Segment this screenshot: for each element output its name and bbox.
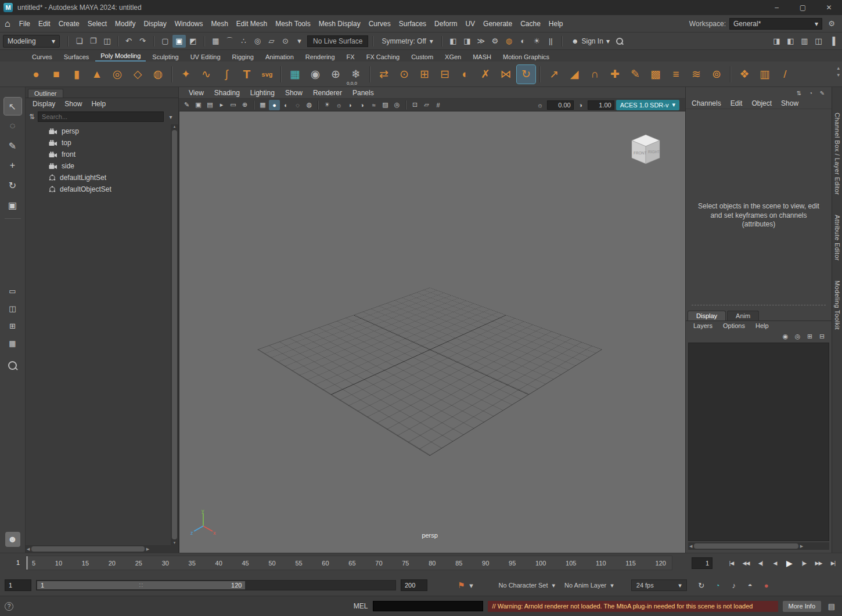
insert-edge-loop-icon[interactable]: ≡ (667, 65, 685, 84)
outliner-menu-item[interactable]: Help (87, 100, 110, 108)
menu-item[interactable]: Windows (171, 20, 207, 28)
menu-item[interactable]: Cache (516, 20, 545, 28)
platonic-solid-icon[interactable]: ✦ (177, 65, 195, 84)
color-management-dropdown[interactable]: ACES 1.0 SDR-v ▾ (616, 100, 679, 110)
sep[interactable] (730, 66, 731, 82)
workspace-dropdown[interactable]: General* ▾ (729, 18, 822, 30)
snap-to-curve-icon[interactable]: ⌒ (223, 35, 236, 48)
isolate-select-icon[interactable]: ⊡ (409, 100, 420, 110)
channel-settings-icon[interactable]: ✎ (818, 89, 827, 97)
viewport-menu-item[interactable]: Panels (347, 89, 379, 97)
outliner-set-item[interactable]: defaultLightSet (26, 172, 170, 183)
cut-faces-icon[interactable]: / (776, 65, 794, 84)
poly-torus-icon[interactable]: ◎ (108, 65, 127, 84)
menu-item[interactable]: Curves (365, 20, 395, 28)
poly-cylinder-icon[interactable]: ▮ (67, 65, 86, 84)
grease-pencil-icon[interactable]: ✎ (181, 100, 192, 110)
use-default-material-icon[interactable]: ◌ (292, 100, 303, 110)
new-empty-layer-icon[interactable]: ⊟ (817, 332, 827, 341)
scroll-left-icon[interactable]: ◀ (27, 547, 30, 552)
bookmarks-icon[interactable]: ▸ (216, 100, 227, 110)
separate-icon[interactable]: ⊟ (436, 65, 454, 84)
step-back-frame-icon[interactable]: ◀| (753, 557, 768, 570)
scale-tool-icon[interactable]: ▣ (4, 196, 21, 214)
menu-item[interactable]: Edit Mesh (232, 20, 271, 28)
layer-editor-scrollbar[interactable]: ◀ ▶ (688, 542, 829, 550)
make-live-icon[interactable]: ⊙ (279, 35, 292, 48)
sep[interactable] (369, 66, 370, 82)
menu-item[interactable]: Create (55, 20, 84, 28)
rotate-tool-icon[interactable]: ↻ (4, 176, 21, 194)
sep[interactable] (117, 36, 118, 46)
helix-icon[interactable]: ∿ (197, 65, 215, 84)
boolean-icon[interactable]: ◐ (456, 65, 474, 84)
textured-icon[interactable]: ◐ (280, 100, 292, 110)
scroll-up-icon[interactable]: ▴ (174, 124, 176, 129)
shadows-icon[interactable]: ◗ (345, 100, 356, 110)
undo-icon[interactable]: ↶ (122, 35, 135, 48)
move-tool-icon[interactable]: + (4, 157, 21, 174)
side-tab[interactable]: Modeling Toolkit (834, 280, 841, 330)
crease-set-icon[interactable]: ❖ (735, 65, 754, 84)
channel-box-menu-item[interactable]: Show (781, 99, 798, 107)
scroll-left-icon[interactable]: ◀ (689, 544, 692, 549)
snap-to-projected-center-icon[interactable]: ◎ (251, 35, 264, 48)
depth-of-field-icon[interactable]: ◎ (391, 100, 402, 110)
workspace-gear-icon[interactable]: ⚙ (826, 19, 837, 28)
symmetry-dropdown[interactable]: Symmetry: Off ▾ (377, 35, 437, 47)
menu-item[interactable]: Surfaces (395, 20, 430, 28)
bookmark-caret-icon[interactable]: ▾ (465, 579, 478, 591)
channel-manip-icon[interactable]: ⇅ (794, 89, 804, 97)
lighting-default-icon[interactable]: ☼ (333, 100, 344, 110)
live-surface-field[interactable]: No Live Surface (307, 35, 368, 47)
playback-range-thumb[interactable]: 1 :: 120 (37, 581, 245, 589)
play-backwards-icon[interactable]: ◀ (768, 557, 782, 570)
close-button[interactable]: ✕ (816, 0, 842, 15)
menu-item[interactable]: File (15, 20, 34, 28)
range-slider-groove[interactable]: 1 :: 120 (36, 580, 396, 590)
chevron-down-icon[interactable]: ▾ (167, 114, 175, 120)
two-d-pan-zoom-icon[interactable]: ⊕ (239, 100, 250, 110)
scrollbar-thumb[interactable] (31, 546, 144, 552)
xray-icon[interactable]: ▱ (421, 100, 432, 110)
menu-item[interactable]: Modify (111, 20, 139, 28)
menu-item[interactable]: Mesh Display (315, 20, 365, 28)
menu-item[interactable]: Deform (430, 20, 461, 28)
offset-edge-loop-icon[interactable]: ≋ (687, 65, 706, 84)
mirror-icon[interactable]: ⇄ (375, 65, 393, 84)
layer-playback-icon[interactable]: ◎ (793, 332, 803, 341)
ipr-render-icon[interactable]: ◨ (460, 35, 474, 48)
sep[interactable] (539, 66, 541, 82)
scrollbar-thumb[interactable] (694, 543, 798, 549)
side-tab[interactable]: Attribute Editor (834, 215, 841, 261)
scroll-right-icon[interactable]: ▶ (146, 547, 149, 552)
outliner-camera-item[interactable]: top (26, 137, 170, 149)
menu-item[interactable]: Edit (34, 20, 55, 28)
viewport-menu-item[interactable]: Lighting (245, 89, 280, 97)
layer-editor-menu-item[interactable]: Options (719, 322, 749, 329)
menu-item[interactable]: Mesh Tools (271, 20, 314, 28)
layer-list[interactable] (688, 343, 829, 541)
ssao-icon[interactable]: ◑ (357, 100, 368, 110)
fps-dropdown[interactable]: 24 fps ▾ (631, 579, 687, 591)
shaded-icon[interactable]: ● (269, 100, 280, 110)
sep[interactable] (318, 100, 319, 110)
channel-box-menu-item[interactable]: Edit (731, 99, 743, 107)
connect-icon[interactable]: ⋈ (496, 65, 515, 84)
more-info-button[interactable]: More Info (783, 601, 821, 612)
layer-editor-menu-item[interactable]: Layers (689, 322, 717, 329)
snap-to-view-plane-icon[interactable]: ▱ (265, 35, 278, 48)
layer-editor-menu-item[interactable]: Help (751, 322, 773, 329)
gamma-icon[interactable]: ◑ (575, 100, 586, 110)
combine-icon[interactable]: ⊞ (415, 65, 434, 84)
menu-set-dropdown[interactable]: Modeling ▾ (3, 35, 60, 48)
camera-attributes-icon[interactable]: ▤ (204, 100, 215, 110)
sweep-mesh-icon[interactable]: ∫ (217, 65, 236, 84)
exposure-icon[interactable]: ☼ (535, 100, 545, 110)
menu-item[interactable]: UV (461, 20, 479, 28)
append-to-polygon-icon[interactable]: ✚ (606, 65, 624, 84)
current-time-marker[interactable] (26, 556, 28, 570)
toggle-attribute-editor-icon[interactable]: ◨ (770, 35, 783, 48)
select-by-hierarchy-icon[interactable]: ▢ (159, 35, 172, 48)
poly-cube-icon[interactable]: ■ (47, 65, 66, 84)
